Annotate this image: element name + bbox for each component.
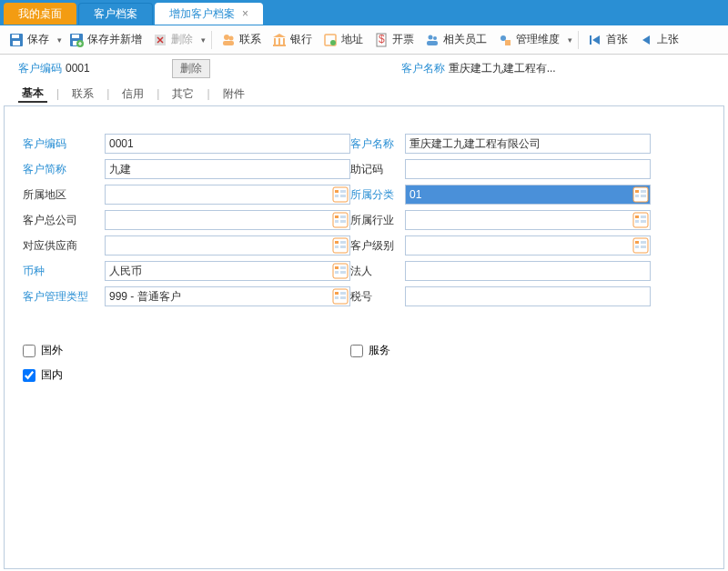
svg-rect-57 xyxy=(340,266,346,269)
delete-button[interactable]: 删除 xyxy=(147,27,198,53)
staff-button[interactable]: 相关员工 xyxy=(420,27,492,53)
svg-rect-38 xyxy=(335,220,339,223)
dimension-icon xyxy=(498,33,512,47)
svg-rect-48 xyxy=(335,245,339,248)
subtab-credit[interactable]: 信用 xyxy=(118,86,147,102)
dimension-dropdown[interactable] xyxy=(565,35,574,45)
svg-rect-51 xyxy=(635,241,639,244)
label-mnemonic: 助记码 xyxy=(350,162,405,177)
picker-icon[interactable] xyxy=(332,288,349,305)
input-currency[interactable] xyxy=(105,261,350,281)
input-name[interactable] xyxy=(405,134,651,154)
svg-rect-21 xyxy=(427,41,438,45)
subtab-basic[interactable]: 基本 xyxy=(18,85,47,103)
prev-button[interactable]: 上张 xyxy=(633,27,684,53)
close-icon[interactable]: × xyxy=(242,7,248,20)
picker-icon[interactable] xyxy=(332,186,349,203)
svg-rect-29 xyxy=(340,195,346,197)
picker-icon[interactable] xyxy=(632,186,649,203)
save-button[interactable]: 保存 xyxy=(4,27,55,53)
input-legal[interactable] xyxy=(405,261,651,281)
tab-customer-file[interactable]: 客户档案 xyxy=(78,3,153,25)
input-parent[interactable] xyxy=(105,210,350,230)
checkbox-abroad[interactable] xyxy=(23,345,35,357)
picker-icon[interactable] xyxy=(332,212,349,228)
field-type xyxy=(105,286,350,306)
address-button[interactable]: 地址 xyxy=(318,27,369,53)
svg-rect-43 xyxy=(635,220,639,223)
input-industry[interactable] xyxy=(405,210,651,230)
form-grid: 客户编码 客户名称 客户简称 助记码 所属地区 所属分类 客户总公司 所属行业 … xyxy=(23,134,705,306)
picker-icon[interactable] xyxy=(632,237,649,254)
contact-button[interactable]: 联系 xyxy=(216,27,267,53)
field-tax xyxy=(405,286,651,306)
picker-icon[interactable] xyxy=(332,237,349,254)
svg-rect-1 xyxy=(12,35,19,38)
svg-point-9 xyxy=(229,35,234,40)
input-vendor[interactable] xyxy=(105,235,350,255)
picker-icon[interactable] xyxy=(632,212,649,228)
label-short: 客户简称 xyxy=(23,162,105,177)
field-parent xyxy=(105,210,350,230)
subtab-sep: | xyxy=(56,87,59,100)
input-code[interactable] xyxy=(105,134,350,154)
subtab-attach[interactable]: 附件 xyxy=(219,86,248,102)
save-and-add-button[interactable]: 保存并新增 xyxy=(64,27,147,53)
svg-rect-36 xyxy=(335,215,339,218)
svg-rect-34 xyxy=(641,195,646,197)
check-service[interactable]: 服务 xyxy=(350,343,678,358)
check-abroad[interactable]: 国外 xyxy=(23,343,350,358)
disk-icon xyxy=(9,33,24,47)
svg-rect-31 xyxy=(635,190,639,193)
toolbar-separator xyxy=(211,31,212,49)
svg-rect-52 xyxy=(641,241,646,244)
prev-label: 上张 xyxy=(657,32,679,47)
svg-rect-64 xyxy=(340,296,346,299)
svg-rect-44 xyxy=(641,220,646,223)
svg-rect-46 xyxy=(335,241,339,244)
input-tax[interactable] xyxy=(405,286,651,306)
sub-tabs: 基本 | 联系 | 信用 | 其它 | 附件 xyxy=(0,82,728,105)
field-short xyxy=(105,159,350,179)
subtab-contact[interactable]: 联系 xyxy=(68,86,97,102)
bank-button[interactable]: 银行 xyxy=(267,27,318,53)
save-label: 保存 xyxy=(27,32,49,47)
input-type[interactable] xyxy=(105,286,350,306)
field-mnemonic xyxy=(405,159,651,179)
field-name xyxy=(405,134,651,154)
svg-rect-56 xyxy=(335,266,339,269)
invoice-button[interactable]: $ 开票 xyxy=(369,27,420,53)
info-delete-button[interactable]: 删除 xyxy=(172,59,210,78)
toolbar: 保存 保存并新增 删除 联系 银行 地址 $ 开票 相关员工 管理维度 首张 xyxy=(0,25,728,55)
svg-rect-2 xyxy=(13,41,20,45)
svg-point-8 xyxy=(224,35,229,40)
checkbox-service[interactable] xyxy=(350,345,363,357)
bank-icon xyxy=(272,33,287,47)
subtab-other[interactable]: 其它 xyxy=(168,86,197,102)
tab-desktop[interactable]: 我的桌面 xyxy=(4,3,76,25)
input-region[interactable] xyxy=(105,185,350,205)
svg-rect-49 xyxy=(340,245,346,248)
dimension-label: 管理维度 xyxy=(516,32,560,47)
svg-rect-12 xyxy=(278,38,280,45)
svg-rect-41 xyxy=(635,215,639,218)
label-vendor: 对应供应商 xyxy=(23,238,105,254)
input-category[interactable] xyxy=(405,185,651,205)
first-button[interactable]: 首张 xyxy=(582,27,633,53)
save-dropdown[interactable] xyxy=(55,35,64,45)
input-mnemonic[interactable] xyxy=(405,159,651,179)
tab-customer-file-label: 客户档案 xyxy=(94,6,137,22)
info-code-value: 0001 xyxy=(66,62,90,75)
dimension-button[interactable]: 管理维度 xyxy=(492,27,565,53)
invoice-icon: $ xyxy=(374,33,389,47)
input-short[interactable] xyxy=(105,159,350,179)
check-domestic[interactable]: 国内 xyxy=(23,367,350,383)
address-label: 地址 xyxy=(341,32,363,47)
delete-dropdown[interactable] xyxy=(198,35,207,45)
input-level[interactable] xyxy=(405,235,651,255)
field-industry xyxy=(405,210,651,230)
tab-add-customer[interactable]: 增加客户档案 × xyxy=(155,3,263,25)
contact-label: 联系 xyxy=(239,32,261,47)
checkbox-domestic[interactable] xyxy=(23,369,35,382)
picker-icon[interactable] xyxy=(332,263,349,279)
